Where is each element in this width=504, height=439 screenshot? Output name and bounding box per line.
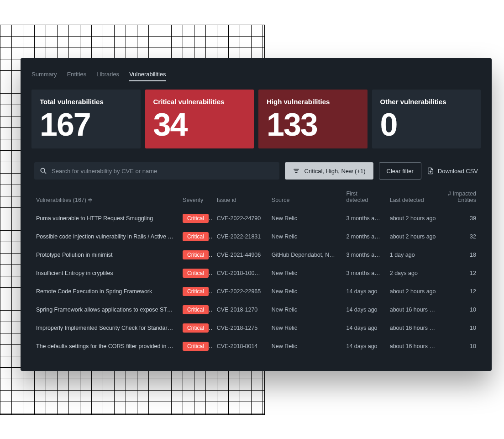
card-high-value: 133: [267, 106, 359, 144]
table-row[interactable]: Puma vulnerable to HTTP Request Smugglin…: [31, 209, 481, 228]
cell-severity: Critical: [178, 227, 212, 246]
cell-source: New Relic: [267, 319, 342, 337]
severity-badge: Critical: [183, 305, 209, 314]
cell-impacted: 12: [442, 282, 481, 301]
cell-issue: CVE-2022-24790: [212, 209, 267, 228]
severity-badge: Critical: [183, 232, 209, 241]
tab-bar: Summary Entities Libraries Vulnerabiliti…: [31, 71, 481, 81]
svg-point-0: [41, 168, 45, 172]
card-high[interactable]: High vulnerabilities 133: [258, 90, 368, 148]
cell-first: 3 months ago: [341, 209, 385, 228]
cell-severity: Critical: [178, 209, 212, 228]
cell-first: 14 days ago: [341, 301, 385, 319]
cell-name: Prototype Pollution in minimist: [31, 246, 178, 264]
card-total[interactable]: Total vulnerabilities 167: [31, 90, 141, 148]
cell-first: 14 days ago: [341, 282, 385, 301]
vulnerabilities-panel: Summary Entities Libraries Vulnerabiliti…: [21, 58, 492, 371]
cell-name: The defaults settings for the CORS filte…: [31, 337, 178, 355]
tab-entities[interactable]: Entities: [67, 71, 87, 81]
cell-last: about 2 hours ago: [385, 209, 442, 228]
col-first-detected[interactable]: First detected: [341, 186, 385, 209]
table-row[interactable]: Possible code injection vulnerability in…: [31, 227, 481, 246]
controls-row: Critical, High, New (+1) Clear filter Do…: [31, 162, 481, 180]
tab-summary[interactable]: Summary: [31, 71, 57, 81]
card-other-value: 0: [380, 106, 473, 144]
cell-issue: CVE-2021-44906: [212, 246, 267, 264]
card-high-title: High vulnerabilities: [267, 98, 359, 106]
col-source[interactable]: Source: [267, 186, 342, 209]
cell-source: GitHub Dependabot, New...: [267, 246, 342, 264]
cell-last: about 16 hours ago: [385, 301, 442, 319]
card-critical[interactable]: Critical vulnerabilities 34: [145, 90, 254, 148]
cell-last: 1 day ago: [385, 246, 442, 264]
clear-filter-button[interactable]: Clear filter: [379, 162, 421, 180]
severity-badge: Critical: [183, 214, 209, 223]
severity-badge: Critical: [183, 269, 209, 278]
cell-severity: Critical: [178, 246, 212, 264]
table-row[interactable]: Improperly Implemented Security Check fo…: [31, 319, 481, 337]
col-issue[interactable]: Issue id: [212, 186, 267, 209]
table-row[interactable]: The defaults settings for the CORS filte…: [31, 337, 481, 355]
cell-source: New Relic: [267, 301, 342, 319]
cell-name: Insufficient Entropy in cryptiles: [31, 264, 178, 282]
search-wrap: [34, 162, 279, 180]
cell-issue: CVE-2018-1275: [212, 319, 267, 337]
filter-button-label: Critical, High, New (+1): [304, 168, 366, 175]
card-critical-value: 34: [153, 106, 246, 144]
cell-name: Puma vulnerable to HTTP Request Smugglin…: [31, 209, 178, 228]
filter-icon: [293, 168, 300, 174]
cell-impacted: 39: [442, 209, 481, 228]
col-last-detected[interactable]: Last detected: [385, 186, 442, 209]
cell-impacted: 10: [442, 337, 481, 355]
cell-impacted: 10: [442, 301, 481, 319]
cell-issue: CVE-2018-1270: [212, 301, 267, 319]
stat-cards: Total vulnerabilities 167 Critical vulne…: [31, 90, 481, 148]
cell-impacted: 10: [442, 319, 481, 337]
cell-name: Remote Code Execution in Spring Framewor…: [31, 282, 178, 301]
cell-issue: CVE-2022-21831: [212, 227, 267, 246]
search-icon: [40, 167, 47, 175]
cell-source: New Relic: [267, 209, 342, 228]
cell-first: 14 days ago: [341, 319, 385, 337]
cell-issue: CVE-2022-22965: [212, 282, 267, 301]
table-row[interactable]: Insufficient Entropy in cryptilesCritica…: [31, 264, 481, 282]
table-row[interactable]: Spring Framework allows applications to …: [31, 301, 481, 319]
cell-name: Possible code injection vulnerability in…: [31, 227, 178, 246]
card-total-value: 167: [40, 106, 132, 144]
table-header-row: Vulnerabilities (167) ≑ Severity Issue i…: [31, 186, 481, 209]
severity-badge: Critical: [183, 323, 209, 333]
cell-last: about 16 hours ago: [385, 319, 442, 337]
cell-severity: Critical: [178, 319, 212, 337]
cell-last: about 16 hours ago: [385, 337, 442, 355]
tab-libraries[interactable]: Libraries: [96, 71, 119, 81]
table-row[interactable]: Remote Code Execution in Spring Framewor…: [31, 282, 481, 301]
card-other[interactable]: Other vulnerabilities 0: [372, 90, 481, 148]
cell-severity: Critical: [178, 282, 212, 301]
severity-badge: Critical: [183, 250, 209, 259]
card-critical-title: Critical vulnerabilities: [153, 98, 246, 106]
svg-line-1: [44, 172, 46, 174]
tab-vulnerabilities[interactable]: Vulnerabilities: [129, 71, 166, 81]
severity-badge: Critical: [183, 342, 209, 351]
col-impacted[interactable]: # Impacted Entities: [442, 186, 481, 209]
cell-first: 14 days ago: [341, 337, 385, 355]
search-input[interactable]: [34, 162, 279, 180]
download-csv-icon: [427, 167, 434, 175]
cell-source: New Relic: [267, 282, 342, 301]
col-severity[interactable]: Severity: [178, 186, 212, 209]
download-csv-link[interactable]: Download CSV: [427, 167, 478, 175]
cell-impacted: 12: [442, 264, 481, 282]
cell-name: Improperly Implemented Security Check fo…: [31, 319, 178, 337]
cell-first: 2 months ago: [341, 227, 385, 246]
card-other-title: Other vulnerabilities: [380, 98, 473, 106]
cell-severity: Critical: [178, 264, 212, 282]
cell-last: about 2 hours ago: [385, 227, 442, 246]
filter-button[interactable]: Critical, High, New (+1): [285, 162, 373, 180]
cell-last: 2 days ago: [385, 264, 442, 282]
table-row[interactable]: Prototype Pollution in minimistCriticalC…: [31, 246, 481, 264]
cell-severity: Critical: [178, 337, 212, 355]
card-total-title: Total vulnerabilities: [40, 98, 132, 106]
cell-source: New Relic: [267, 227, 342, 246]
col-name[interactable]: Vulnerabilities (167) ≑: [31, 186, 178, 209]
vulnerabilities-table: Vulnerabilities (167) ≑ Severity Issue i…: [31, 186, 481, 355]
